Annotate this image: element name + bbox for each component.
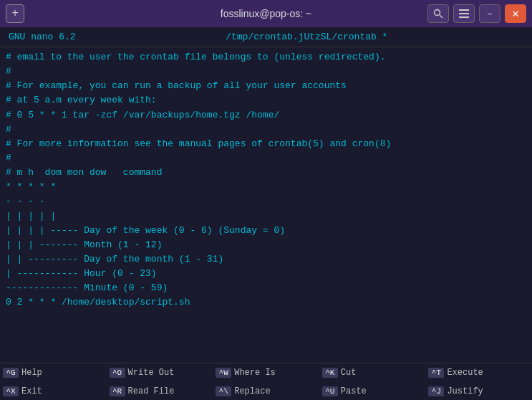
shortcut-key: ^G xyxy=(3,368,19,378)
nano-header: GNU nano 6.2 /tmp/crontab.jUtzSL/crontab… xyxy=(0,27,532,47)
editor-line: # xyxy=(6,123,526,137)
titlebar: + fosslinux@pop-os: ~ – ✕ xyxy=(0,0,532,27)
editor-line: - - - - xyxy=(6,194,526,209)
editor-area[interactable]: # email to the user the crontab file bel… xyxy=(0,47,532,363)
shortcuts-bar: ^GHelp^OWrite Out^WWhere Is^KCut^TExecut… xyxy=(0,363,532,400)
svg-rect-4 xyxy=(459,16,469,18)
shortcut-key: ^J xyxy=(428,386,444,396)
editor-line: | ----------- Hour (0 - 23) xyxy=(6,267,526,281)
shortcut-key: ^K xyxy=(322,368,338,378)
svg-rect-3 xyxy=(459,13,469,14)
shortcut-item[interactable]: ^TExecute xyxy=(425,363,532,382)
editor-line: 0 2 * * * /home/desktop/script.sh xyxy=(6,295,526,310)
shortcut-label: Execute xyxy=(447,368,483,378)
titlebar-left: + xyxy=(6,4,24,23)
editor-line: * * * * * xyxy=(6,180,526,194)
shortcut-label: Replace xyxy=(234,386,270,396)
shortcut-label: Exit xyxy=(21,386,42,396)
shortcut-label: Where Is xyxy=(234,368,276,378)
shortcut-key: ^O xyxy=(110,368,125,378)
editor-line: # at 5 a.m every week with: xyxy=(6,93,526,108)
editor-line: | | | ------- Month (1 - 12) xyxy=(6,238,526,252)
shortcut-item[interactable]: ^OWrite Out xyxy=(107,363,213,382)
shortcut-key: ^U xyxy=(322,386,338,396)
editor-line: | | | | | xyxy=(6,209,526,224)
nano-version: GNU nano 6.2 xyxy=(9,32,76,42)
search-icon xyxy=(433,9,443,19)
shortcut-item[interactable]: ^WWhere Is xyxy=(213,363,319,382)
nano-filepath: /tmp/crontab.jUtzSL/crontab * xyxy=(90,32,523,42)
shortcut-label: Justify xyxy=(447,386,483,396)
shortcut-key: ^W xyxy=(216,368,231,378)
new-tab-button[interactable]: + xyxy=(6,4,24,23)
editor-line: # For example, you can run a backup of a… xyxy=(6,79,526,93)
window-controls: – ✕ xyxy=(427,4,526,23)
editor-line: ------------- Minute (0 - 59) xyxy=(6,281,526,295)
search-button[interactable] xyxy=(427,4,449,23)
shortcut-key: ^X xyxy=(3,386,19,396)
shortcut-key: ^\ xyxy=(216,386,231,396)
window-title: fosslinux@pop-os: ~ xyxy=(221,8,311,19)
shortcut-item[interactable]: ^UPaste xyxy=(319,382,426,400)
shortcut-item[interactable]: ^XExit xyxy=(0,382,107,400)
minimize-button[interactable]: – xyxy=(479,4,500,23)
shortcut-label: Cut xyxy=(341,368,357,378)
shortcut-label: Read File xyxy=(128,386,175,396)
shortcut-key: ^T xyxy=(428,368,444,378)
editor-line: # xyxy=(6,65,526,79)
shortcut-label: Write Out xyxy=(128,368,175,378)
shortcut-key: ^R xyxy=(110,386,125,396)
svg-rect-2 xyxy=(459,9,469,11)
editor-line: | | | | ----- Day of the week (0 - 6) (S… xyxy=(6,224,526,238)
editor-line: | | --------- Day of the month (1 - 31) xyxy=(6,252,526,267)
editor-line: # For more information see the manual pa… xyxy=(6,137,526,151)
hamburger-icon xyxy=(459,9,469,18)
shortcut-label: Help xyxy=(21,368,42,378)
shortcut-item[interactable]: ^JJustify xyxy=(425,382,532,400)
menu-button[interactable] xyxy=(453,4,475,23)
shortcut-label: Paste xyxy=(341,386,367,396)
editor-line: # xyxy=(6,151,526,166)
shortcut-item[interactable]: ^KCut xyxy=(319,363,426,382)
svg-point-0 xyxy=(435,10,440,16)
svg-line-1 xyxy=(440,15,442,18)
shortcut-item[interactable]: ^\Replace xyxy=(213,382,319,400)
shortcut-item[interactable]: ^GHelp xyxy=(0,363,107,382)
editor-line: # 0 5 * * 1 tar -zcf /var/backups/home.t… xyxy=(6,108,526,123)
close-button[interactable]: ✕ xyxy=(505,4,526,23)
editor-line: # m h dom mon dow command xyxy=(6,166,526,180)
shortcut-item[interactable]: ^RRead File xyxy=(107,382,213,400)
editor-line: # email to the user the crontab file bel… xyxy=(6,50,526,65)
